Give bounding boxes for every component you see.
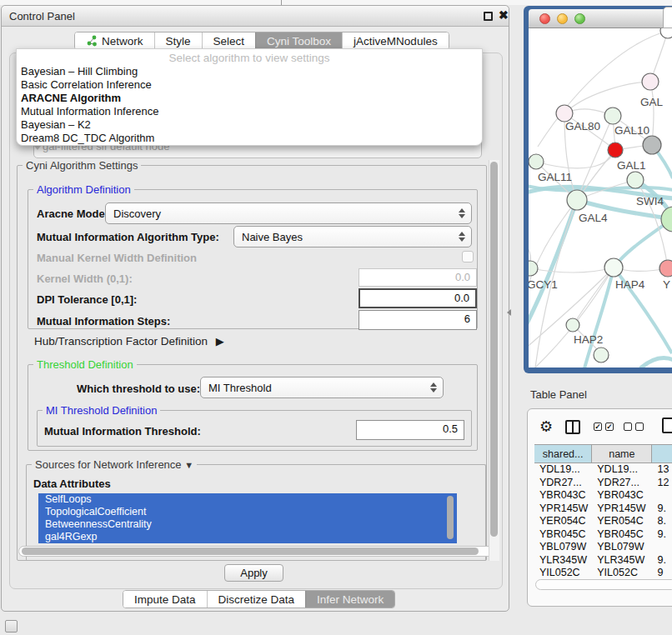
table-row[interactable]: YDL19...YDL19...13	[534, 463, 672, 477]
network-node-gal10[interactable]	[604, 108, 621, 124]
network-node-swi4[interactable]	[627, 172, 644, 188]
hub-definition-expander[interactable]: Hub/Transcription Factor Definition ▶	[34, 335, 224, 348]
table-row[interactable]: YBR045CYBR045C9.	[534, 528, 672, 542]
table-cell: 9.	[652, 502, 672, 516]
column-header[interactable]: shared...	[534, 445, 592, 462]
network-graph: GALGAL80GAL10GAL1GAL11SWI4GAL4GCY1HAP4YH…	[529, 28, 672, 368]
table-cell: YBR043C	[592, 489, 652, 502]
table-cell: YBR043C	[534, 489, 592, 502]
minimize-traffic-light-icon[interactable]	[557, 13, 568, 24]
mi-type-combo[interactable]: Naive Bayes	[233, 226, 472, 248]
network-edge[interactable]	[530, 268, 614, 272]
network-node[interactable]	[660, 28, 672, 38]
which-threshold-combo[interactable]: MI Threshold	[200, 377, 444, 398]
mi-threshold-field[interactable]: 0.5	[356, 420, 464, 440]
table-cell: 12	[652, 477, 672, 490]
attribute-item-selected[interactable]: SelfLoops	[38, 493, 457, 506]
deselect-all-icon[interactable]	[624, 422, 644, 431]
export-table-icon[interactable]	[662, 418, 672, 433]
bottom-tabbar: Impute DataDiscretize DataInfer Network	[123, 590, 395, 608]
attribute-item-selected[interactable]: TopologicalCoefficient	[38, 506, 457, 518]
horizontal-scrollbar[interactable]	[18, 546, 499, 557]
tab-cyni-toolbox[interactable]: Cyni Toolbox	[255, 32, 342, 49]
network-edge[interactable]	[640, 358, 672, 368]
table-row[interactable]: YIL052CYIL052C9	[534, 567, 672, 580]
gear-icon[interactable]: ⚙	[539, 418, 553, 436]
table-row[interactable]: YDR27...YDR27...12	[534, 477, 672, 490]
node-label: Y	[663, 278, 670, 291]
apply-button[interactable]: Apply	[224, 564, 283, 582]
algorithm-option[interactable]: Basic Correlation Inference	[17, 78, 482, 92]
network-node[interactable]	[594, 348, 609, 362]
network-node[interactable]	[643, 136, 661, 154]
tab-label: Network	[102, 35, 143, 48]
network-node[interactable]	[661, 207, 672, 232]
table-row[interactable]: YPR145WYPR145W9.	[534, 502, 672, 516]
kernel-width-field[interactable]: 0.0	[359, 268, 477, 287]
algorithm-option[interactable]: Bayesian – K2	[17, 118, 482, 132]
network-node-gal11[interactable]	[529, 154, 544, 169]
collapse-arrow-icon[interactable]: ▼	[184, 460, 193, 470]
split-pane-collapse-icon[interactable]	[507, 309, 511, 316]
node-label: GCY1	[529, 278, 558, 291]
tab-network[interactable]: Network	[75, 32, 154, 49]
network-node-gal1[interactable]	[608, 142, 623, 158]
attribute-item-selected[interactable]: BetweennessCentrality	[38, 518, 457, 531]
algorithm-option[interactable]: Mutual Information Inference	[17, 105, 482, 118]
float-window-icon[interactable]	[484, 12, 493, 21]
manual-kernel-checkbox[interactable]	[462, 251, 474, 262]
tab-impute-data[interactable]: Impute Data	[123, 591, 207, 608]
network-node-hap2[interactable]	[566, 318, 579, 332]
dpi-tolerance-field[interactable]: 0.0	[359, 288, 477, 308]
tab-select[interactable]: Select	[202, 32, 256, 49]
list-scrollbar[interactable]	[447, 496, 454, 539]
algorithm-option[interactable]: Bayesian – Hill Climbing	[17, 65, 482, 78]
group-title: Threshold Definition	[33, 358, 137, 371]
table-cell: 8.	[652, 515, 672, 528]
attribute-item-selected[interactable]: gal4RGexp	[38, 531, 457, 543]
table-row[interactable]: YER054CYER054C8.	[534, 515, 672, 528]
collapsed-panel-icon[interactable]	[5, 620, 18, 632]
mi-steps-field[interactable]: 6	[359, 310, 477, 330]
scrollbar-thumb[interactable]	[22, 548, 479, 555]
tab-jactivemnodules[interactable]: jActiveMNodules	[342, 32, 449, 49]
select-all-icon[interactable]: ✓✓	[594, 422, 614, 431]
column-header[interactable]: A	[652, 445, 672, 462]
network-node-gal80[interactable]	[556, 105, 573, 122]
tab-label: jActiveMNodules	[354, 35, 438, 48]
algorithm-option[interactable]: Dream8 DC_TDC Algorithm	[17, 132, 482, 145]
tab-infer-network[interactable]: Infer Network	[305, 591, 394, 608]
data-attributes-list[interactable]: SelfLoopsTopologicalCoefficientBetweenne…	[38, 493, 457, 543]
network-window-titlebar[interactable]	[529, 9, 672, 28]
table-row[interactable]: YBR043CYBR043C	[534, 489, 672, 502]
close-traffic-light-icon[interactable]	[539, 13, 550, 24]
table-cell: YER054C	[592, 515, 652, 528]
table-cell: YER054C	[534, 515, 592, 528]
dpi-tolerance-label: DPI Tolerance [0,1]:	[37, 293, 137, 306]
manual-kernel-label: Manual Kernel Width Definition	[37, 252, 197, 264]
zoom-traffic-light-icon[interactable]	[574, 13, 585, 24]
table-cell: YBR045C	[592, 528, 652, 542]
table-cell: YBR045C	[534, 528, 592, 542]
network-node-y[interactable]	[659, 260, 672, 277]
network-edge[interactable]	[564, 82, 650, 113]
tab-style[interactable]: Style	[154, 32, 202, 49]
node-label: SWI4	[636, 195, 664, 208]
tab-discretize-data[interactable]: Discretize Data	[207, 591, 306, 608]
close-icon[interactable]: ✖	[499, 8, 509, 22]
table-row[interactable]: YLR345WYLR345W9.	[534, 554, 672, 568]
network-node-gal[interactable]	[642, 73, 659, 90]
algorithm-option[interactable]: ARACNE Algorithm	[17, 92, 482, 105]
network-canvas[interactable]: GALGAL80GAL10GAL1GAL11SWI4GAL4GCY1HAP4YH…	[529, 28, 672, 368]
columns-icon[interactable]	[565, 420, 580, 434]
column-header[interactable]: name	[592, 445, 652, 462]
network-node-gal4[interactable]	[567, 190, 587, 210]
table-cell: YBL079W	[592, 541, 652, 554]
aracne-mode-combo[interactable]: Discovery	[105, 202, 472, 224]
table-row[interactable]: YBL079WYBL079W	[534, 541, 672, 554]
network-node-hap4[interactable]	[604, 258, 623, 277]
scrollbar-thumb[interactable]	[490, 162, 498, 537]
table-horizontal-scrollbar[interactable]	[535, 579, 672, 590]
network-edge[interactable]	[536, 150, 615, 168]
network-node-gcy1[interactable]	[529, 261, 538, 276]
